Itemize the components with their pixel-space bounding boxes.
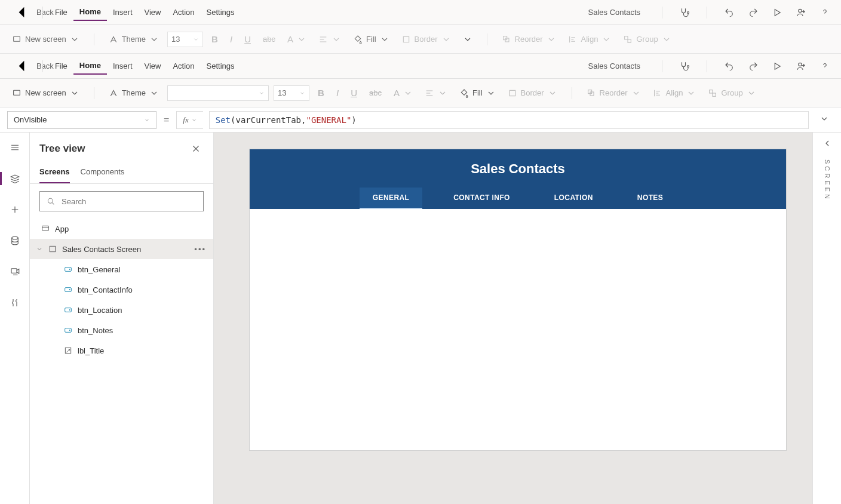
font-color-button[interactable]: A (390, 85, 416, 100)
hamburger-icon[interactable] (4, 139, 26, 156)
fontsize-input[interactable]: 13 (274, 85, 309, 101)
separator (707, 7, 707, 19)
help-icon[interactable] (817, 59, 833, 74)
group-button[interactable]: Group (619, 32, 674, 47)
tree-child[interactable]: btn_General (30, 259, 213, 279)
tree-child[interactable]: lbl_Title (30, 340, 213, 361)
data-icon[interactable] (4, 232, 26, 250)
stethoscope-icon[interactable] (677, 59, 692, 74)
equals-label: = (162, 115, 170, 125)
formula-fn: Set (216, 115, 231, 125)
underline-button[interactable]: U (347, 85, 361, 100)
search-field[interactable] (60, 196, 197, 207)
reorder-button[interactable]: Reorder (498, 32, 560, 47)
treeview-icon[interactable] (4, 170, 26, 188)
theme-button[interactable]: Theme (105, 86, 162, 100)
app-tab-general[interactable]: GENERAL (360, 188, 422, 209)
border-button[interactable]: Border (504, 86, 561, 100)
tree-child-label: btn_ContactInfo (78, 285, 133, 294)
new-screen-button[interactable]: New screen (8, 86, 83, 100)
share-person-icon[interactable] (793, 59, 809, 74)
underline-button[interactable]: U (241, 32, 254, 47)
tab-components[interactable]: Components (81, 164, 125, 183)
border-button[interactable]: Border (398, 32, 455, 47)
menu-settings[interactable]: Settings (201, 58, 241, 74)
fill-button[interactable]: Fill (349, 32, 393, 47)
menu-insert[interactable]: Insert (107, 4, 139, 20)
undo-icon[interactable] (722, 5, 737, 20)
tree-child[interactable]: btn_Notes (30, 320, 213, 340)
menu-home[interactable]: Home (73, 4, 107, 21)
play-icon[interactable] (769, 59, 785, 74)
property-dropdown[interactable]: OnVisible (7, 111, 156, 129)
align-button[interactable]: Align (649, 86, 700, 100)
close-icon[interactable] (188, 141, 204, 156)
reorder-button[interactable]: Reorder (583, 86, 644, 100)
undo-icon[interactable] (722, 59, 737, 74)
menu-view[interactable]: View (139, 4, 167, 20)
group-button[interactable]: Group (704, 86, 759, 100)
share-person-icon[interactable] (793, 5, 809, 20)
app-tab-contactinfo[interactable]: CONTACT INFO (440, 188, 523, 209)
stethoscope-icon[interactable] (677, 5, 692, 20)
fontsize-input[interactable]: 13 (167, 32, 203, 47)
strike-button[interactable]: abc (259, 32, 279, 46)
tools-icon[interactable] (4, 294, 26, 312)
canvas[interactable]: Sales Contacts GENERAL CONTACT INFO LOCA… (214, 133, 812, 504)
tree-screen[interactable]: Sales Contacts Screen ••• (30, 239, 213, 259)
italic-button[interactable]: I (226, 32, 236, 47)
new-screen-button[interactable]: New screen (8, 32, 83, 47)
back-button[interactable]: Back (8, 53, 36, 79)
ribbon-expand-toggle[interactable] (459, 32, 476, 47)
search-input[interactable] (39, 191, 204, 211)
property-value: OnVisible (14, 115, 47, 124)
app-body (250, 209, 786, 450)
menu-view[interactable]: View (139, 58, 167, 74)
formula-expand-icon[interactable] (815, 114, 834, 125)
redo-icon[interactable] (745, 59, 761, 74)
menu-action[interactable]: Action (167, 58, 200, 74)
align-button[interactable]: Align (564, 32, 615, 47)
play-icon[interactable] (769, 5, 785, 20)
device-frame[interactable]: Sales Contacts GENERAL CONTACT INFO LOCA… (250, 149, 786, 450)
menu-file[interactable]: File (49, 58, 73, 74)
strike-button[interactable]: abc (366, 86, 385, 100)
back-button[interactable]: Back (8, 0, 36, 25)
help-icon[interactable] (817, 5, 833, 20)
media-icon[interactable] (4, 263, 26, 281)
tree-app[interactable]: App (30, 219, 213, 239)
fill-button[interactable]: Fill (456, 86, 499, 100)
chevron-left-icon[interactable] (822, 139, 832, 150)
bold-button[interactable]: B (314, 85, 328, 100)
tree-child[interactable]: btn_ContactInfo (30, 279, 213, 300)
svg-point-1 (799, 9, 802, 12)
separator (662, 7, 662, 19)
font-input[interactable] (167, 85, 269, 101)
theme-button[interactable]: Theme (105, 32, 162, 47)
svg-rect-20 (50, 246, 55, 251)
formula-input[interactable]: Set(varCurrentTab, "GENERAL") (209, 111, 809, 129)
bold-button[interactable]: B (208, 32, 222, 47)
svg-rect-10 (14, 90, 20, 95)
app-tab-notes[interactable]: NOTES (624, 188, 676, 209)
menu-action[interactable]: Action (167, 4, 200, 20)
more-icon[interactable]: ••• (194, 245, 206, 254)
menu-settings[interactable]: Settings (201, 4, 241, 20)
tree-child[interactable]: btn_Location (30, 300, 213, 320)
app-tab-location[interactable]: LOCATION (541, 188, 606, 209)
italic-button[interactable]: I (333, 85, 342, 100)
text-align-button[interactable] (421, 86, 451, 100)
text-align-button[interactable] (315, 32, 345, 47)
tree-child-label: btn_General (78, 265, 121, 274)
svg-rect-17 (11, 269, 17, 273)
separator (707, 60, 707, 72)
font-color-button[interactable]: A (284, 32, 310, 47)
fx-label[interactable]: fx (176, 111, 202, 129)
menu-insert[interactable]: Insert (107, 58, 139, 74)
redo-icon[interactable] (745, 5, 761, 20)
menu-file[interactable]: File (49, 4, 73, 20)
insert-plus-icon[interactable] (4, 201, 26, 219)
group-label: Group (721, 88, 742, 97)
tab-screens[interactable]: Screens (39, 164, 70, 183)
menu-home[interactable]: Home (73, 57, 107, 75)
